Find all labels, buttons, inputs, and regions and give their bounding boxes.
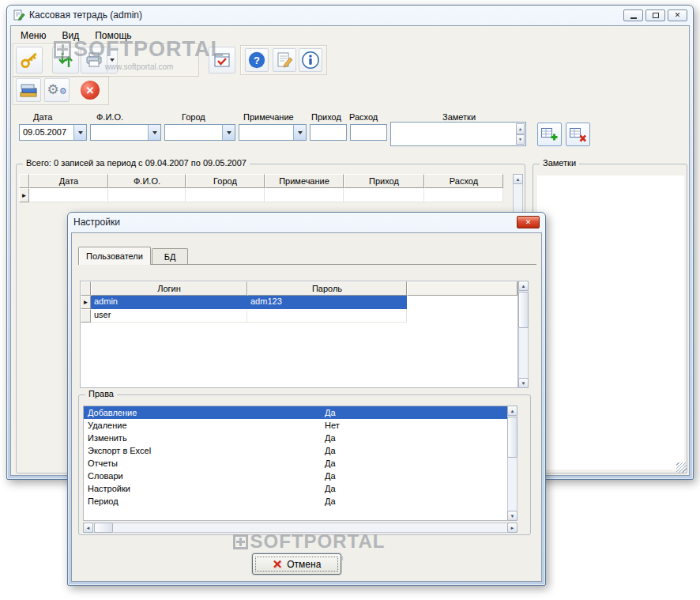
scroll-right-button[interactable]: ► (507, 523, 517, 533)
add-record-button[interactable] (537, 123, 562, 146)
help-toolbar-button[interactable]: ? (245, 48, 269, 72)
tab-db[interactable]: БД (152, 248, 188, 265)
records-empty-row[interactable]: ► (19, 188, 503, 202)
key-icon (19, 50, 40, 70)
cell-date (29, 188, 108, 202)
right-name: Добавление (88, 408, 325, 417)
scroll-down-button[interactable]: ▼ (507, 511, 517, 521)
fio-filter-label: Ф.И.О. (96, 112, 123, 122)
fio-filter-combobox[interactable] (90, 124, 161, 141)
delete-record-button[interactable] (566, 123, 590, 146)
rights-row[interactable]: Экспорт в Excel Да (84, 444, 508, 457)
print-dropdown-button[interactable] (107, 47, 118, 74)
minimize-button[interactable] (623, 9, 643, 21)
column-header-city: Город (186, 174, 265, 188)
scroll-up-button[interactable]: ▲ (513, 174, 523, 184)
scroll-thumb[interactable] (518, 292, 529, 328)
users-row-admin[interactable]: ► admin adm123 (81, 296, 407, 309)
city-filter-combobox[interactable] (164, 124, 235, 141)
menu-item-view[interactable]: Вид (62, 30, 79, 40)
cell-note (265, 188, 344, 202)
edit-note-icon (275, 51, 294, 70)
info-icon (301, 51, 320, 70)
scroll-up-button[interactable]: ▲ (507, 406, 517, 416)
rights-list: Добавление Да Удаление Нет Изменить Да Э… (83, 406, 517, 521)
rights-row[interactable]: Отчеты Да (84, 457, 508, 470)
tab-users[interactable]: Пользователи (78, 247, 151, 265)
delete-record-icon (569, 126, 587, 143)
expense-filter-input[interactable] (350, 124, 387, 141)
menu-item-menu[interactable]: Меню (21, 30, 46, 40)
key-toolbar-button[interactable] (16, 47, 43, 74)
tab-db-label: БД (164, 252, 176, 262)
close-icon: ✕ (525, 218, 532, 226)
fio-dropdown-button[interactable] (148, 125, 160, 140)
edit-toolbar-button[interactable] (273, 48, 296, 72)
chevron-down-icon (298, 131, 303, 134)
period-check-toolbar-button[interactable] (209, 47, 235, 74)
dialog-title: Настройки (73, 217, 120, 228)
right-name: Экспорт в Excel (88, 446, 325, 455)
info-toolbar-button[interactable] (299, 48, 322, 72)
main-titlebar[interactable]: Кассовая тетрадь (admin) ✕ (7, 6, 693, 25)
scroll-up-button[interactable]: ▲ (518, 281, 529, 291)
note-filter-combobox[interactable] (239, 124, 307, 141)
fio-filter-value (91, 125, 148, 140)
dialog-titlebar[interactable]: Настройки ✕ (68, 213, 545, 232)
dialog-close-button[interactable]: ✕ (517, 216, 540, 228)
notes-memo[interactable] (537, 175, 684, 470)
dictionaries-toolbar-button[interactable] (16, 78, 41, 102)
date-filter-combobox[interactable]: 09.05.2007 (19, 124, 87, 141)
rights-row[interactable]: Изменить Да (84, 432, 508, 444)
column-header-note: Примечание (265, 174, 344, 188)
close-button[interactable]: ✕ (668, 9, 687, 21)
refresh-toolbar-button[interactable] (52, 47, 79, 74)
close-icon: ✕ (675, 12, 681, 19)
users-row-user[interactable]: user (81, 309, 407, 323)
settings-toolbar-button[interactable]: ⚙⚙ (44, 78, 70, 102)
scroll-thumb[interactable] (507, 417, 517, 458)
cell-fio (108, 188, 186, 202)
income-filter-input[interactable] (310, 124, 347, 141)
note-dropdown-button[interactable] (293, 125, 306, 140)
exit-toolbar-button[interactable]: ✕ (77, 78, 103, 102)
notes-filter-input[interactable]: ▲ ▼ (390, 122, 526, 146)
maximize-button[interactable] (645, 9, 665, 21)
users-grid-header: Логин Пароль (81, 281, 517, 296)
rights-hscrollbar[interactable] (83, 523, 517, 533)
login-cell: user (91, 309, 247, 323)
right-name: Словари (88, 471, 325, 481)
chevron-down-icon (227, 131, 231, 134)
scroll-down-button[interactable]: ▼ (518, 378, 529, 388)
right-value: Да (325, 496, 508, 506)
right-name: Отчеты (88, 458, 325, 468)
right-value: Да (325, 446, 508, 455)
right-value: Да (325, 408, 508, 417)
svg-text:?: ? (254, 55, 260, 66)
rights-row[interactable]: Удаление Нет (84, 419, 508, 432)
rights-row[interactable]: Настройки Да (84, 482, 508, 495)
cancel-button[interactable]: ✕ Отмена (252, 553, 341, 575)
login-cell: admin (91, 296, 247, 309)
notes-panel-label: Заметки (540, 158, 579, 168)
print-toolbar-button[interactable] (81, 47, 107, 74)
column-header-date: Дата (29, 174, 108, 188)
date-filter-value: 09.05.2007 (20, 125, 73, 140)
scroll-thumb[interactable] (94, 523, 113, 533)
scroll-left-button[interactable]: ◄ (83, 523, 93, 533)
cell-city (186, 188, 265, 202)
dialog-client-area: Пользователи БД Логин Пароль ► admin adm… (71, 232, 542, 582)
spin-down-button[interactable]: ▼ (516, 134, 525, 145)
records-grid-header: Дата Ф.И.О. Город Примечание Приход Расх… (19, 174, 503, 188)
city-dropdown-button[interactable] (222, 125, 235, 140)
rights-row[interactable]: Добавление Да (84, 406, 508, 419)
books-icon (18, 81, 39, 100)
rights-row[interactable]: Период Да (84, 495, 508, 508)
spin-up-button[interactable]: ▲ (516, 123, 525, 134)
refresh-arrows-icon (56, 51, 75, 70)
date-dropdown-button[interactable] (73, 125, 86, 140)
resize-grip[interactable] (676, 462, 687, 473)
menu-bar: Меню Вид Помощь (11, 26, 689, 43)
menu-item-help[interactable]: Помощь (95, 30, 131, 40)
rights-row[interactable]: Словари Да (84, 470, 508, 482)
